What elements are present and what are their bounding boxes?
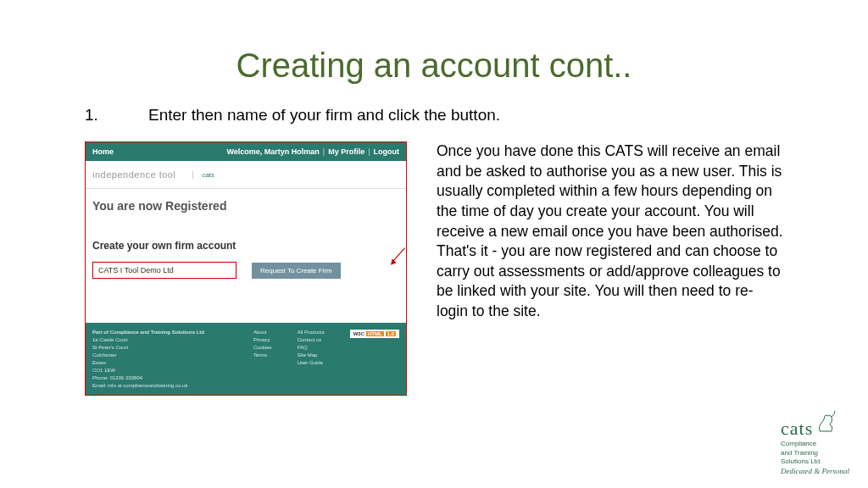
- create-firm-heading: Create your own firm account: [92, 240, 399, 252]
- nav-logout[interactable]: Logout: [374, 147, 400, 156]
- firm-name-input[interactable]: [92, 262, 236, 279]
- footer-addr: CO1 1EW: [92, 368, 228, 373]
- footer-addr: Essex: [92, 360, 228, 365]
- footer-addr: 1a Castle Court: [92, 337, 228, 342]
- step-number: 1.: [85, 106, 148, 125]
- footer-link-terms[interactable]: Terms: [253, 352, 272, 358]
- logo-tagline: Dedicated & Personal: [781, 468, 849, 476]
- footer-link-sitemap[interactable]: Site Map: [298, 352, 325, 358]
- tool-label: independence tool: [92, 169, 175, 180]
- footer-company: Part of Compliance and Training Solution…: [92, 330, 228, 335]
- embedded-screenshot: Home Welcome, Martyn Holman | My Profile…: [85, 141, 407, 396]
- registered-heading: You are now Registered: [92, 199, 399, 213]
- logo-sub: and Training: [781, 450, 849, 458]
- cat-icon: [815, 409, 840, 439]
- footer-link-faq[interactable]: FAQ: [298, 345, 325, 350]
- footer-addr: Colchester: [92, 352, 228, 358]
- app-subheader: independence tool cats: [86, 161, 406, 189]
- separator: |: [323, 147, 325, 156]
- app-header: Home Welcome, Martyn Holman | My Profile…: [86, 142, 406, 161]
- logo-sub: Compliance: [781, 441, 849, 448]
- footer-addr: St Peter's Court: [92, 345, 228, 350]
- footer-email: Email: info at complianceandtraining.co.…: [92, 383, 228, 388]
- arrow-annotation-icon: [387, 247, 408, 268]
- logo-text: cats: [781, 419, 813, 439]
- mini-logo: cats: [192, 171, 214, 179]
- nav-home[interactable]: Home: [92, 147, 114, 156]
- app-body: You are now Registered Create your own f…: [86, 189, 406, 323]
- step-text: Enter then name of your firm and click t…: [148, 106, 500, 125]
- description-paragraph: Once you have done this CATS will receiv…: [437, 141, 783, 396]
- app-footer: Part of Compliance and Training Solution…: [86, 323, 406, 395]
- welcome-text: Welcome, Martyn Holman: [226, 147, 319, 156]
- nav-profile[interactable]: My Profile: [328, 147, 364, 156]
- footer-phone: Phone: 01206 230804: [92, 375, 228, 380]
- svg-line-0: [392, 248, 405, 263]
- step-line: 1. Enter then name of your firm and clic…: [0, 106, 868, 125]
- logo-sub: Solutions Ltd: [781, 458, 849, 466]
- footer-link-about[interactable]: About: [253, 330, 272, 335]
- footer-link-privacy[interactable]: Privacy: [253, 337, 272, 342]
- w3c-badge-icon: W3C HTML 1.0: [350, 330, 399, 338]
- footer-link-contact[interactable]: Contact us: [298, 337, 325, 342]
- cats-logo: cats Compliance and Training Solutions L…: [781, 409, 849, 476]
- footer-link-guide[interactable]: User Guide: [298, 360, 325, 365]
- slide-title: Creating an account cont..: [0, 0, 868, 106]
- footer-link-cookies[interactable]: Cookies: [253, 345, 272, 350]
- request-create-firm-button[interactable]: Request To Create Firm: [252, 263, 341, 279]
- footer-link-products[interactable]: All Products: [298, 330, 325, 335]
- separator: |: [368, 147, 370, 156]
